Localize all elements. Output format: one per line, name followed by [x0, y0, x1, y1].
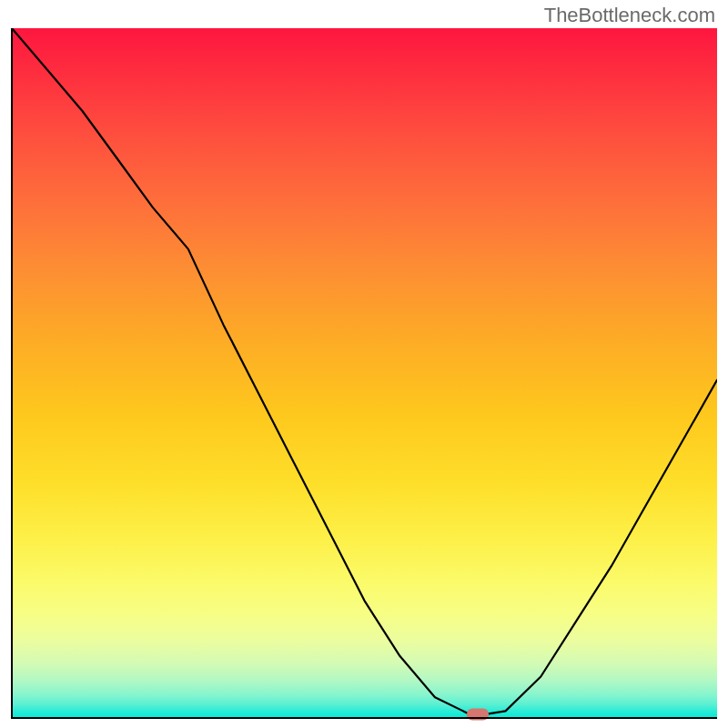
y-axis-line: [11, 28, 13, 718]
chart-area: [12, 28, 717, 718]
watermark-text: TheBottleneck.com: [544, 4, 715, 27]
bottleneck-curve: [12, 28, 717, 718]
x-axis-line: [11, 717, 717, 719]
